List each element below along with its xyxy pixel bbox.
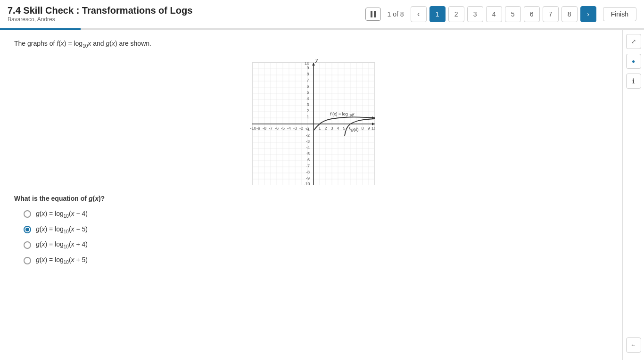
svg-text:1: 1 [318,126,321,131]
main-content: The graphs of f(x) = log10x and g(x) are… [0,30,622,360]
svg-text:-10: -10 [250,126,256,131]
collapse-icon: ← [631,342,636,348]
graph-svg: x y 1 2 3 4 5 6 7 8 9 10 -1 -2 -3 -4 -5 [248,58,375,185]
svg-text:(x) = log: (x) = log [332,112,348,116]
svg-text:-6: -6 [306,157,310,162]
option-c[interactable]: g(x) = log10(x + 4) [24,240,608,249]
svg-text:-10: -10 [304,181,310,185]
svg-text:4: 4 [306,96,309,101]
title-area: 7.4 Skill Check : Transformations of Log… [8,5,192,23]
radio-c[interactable] [24,241,31,249]
option-d[interactable]: g(x) = log10(x + 5) [24,256,608,265]
svg-text:9: 9 [367,126,370,131]
svg-text:-1: -1 [305,126,309,131]
prev-button[interactable]: ‹ [411,6,427,22]
page-button-4[interactable]: 4 [486,6,502,22]
svg-text:-9: -9 [306,176,310,181]
content-area: The graphs of f(x) = log10x and g(x) are… [0,30,644,360]
svg-text:-3: -3 [293,126,297,131]
page-button-6[interactable]: 6 [524,6,540,22]
options-list: g(x) = log10(x − 4) g(x) = log10(x − 5) … [24,210,608,265]
svg-text:5: 5 [306,90,309,95]
svg-text:-6: -6 [275,126,279,131]
radio-a[interactable] [24,210,31,218]
navigation-area: 1 of 8 ‹ 1 2 3 4 5 6 7 8 › Finish [365,6,636,22]
svg-text:5: 5 [343,126,345,131]
color-button[interactable]: ● [626,54,641,69]
page-info: 1 of 8 [388,10,404,18]
option-b[interactable]: g(x) = log10(x − 5) [24,225,608,234]
svg-text:x: x [352,112,355,116]
page-title: 7.4 Skill Check : Transformations of Log… [8,5,192,16]
svg-text:-9: -9 [256,126,260,131]
svg-text:-2: -2 [299,126,303,131]
svg-text:-5: -5 [306,151,310,156]
svg-text:8: 8 [306,72,309,76]
pause-button[interactable] [365,8,381,21]
radio-d[interactable] [24,257,31,264]
page-button-3[interactable]: 3 [467,6,483,22]
svg-text:10: 10 [372,126,375,131]
finish-button[interactable]: Finish [603,7,636,21]
svg-text:-8: -8 [306,170,310,174]
svg-text:2: 2 [324,126,327,131]
right-sidebar: ⤢ ● ℹ ← [622,30,644,360]
svg-text:-8: -8 [263,126,266,131]
svg-text:-5: -5 [281,126,285,131]
svg-text:y: y [315,58,319,63]
collapse-button[interactable]: ← [626,337,641,353]
option-a[interactable]: g(x) = log10(x − 4) [24,210,608,219]
svg-text:3: 3 [306,102,309,107]
subtitle: Bavaresco, Andres [8,16,192,23]
graph-container: x y 1 2 3 4 5 6 7 8 9 10 -1 -2 -3 -4 -5 [14,58,608,185]
radio-b[interactable] [24,226,31,233]
header: 7.4 Skill Check : Transformations of Log… [0,0,644,28]
svg-text:-3: -3 [306,139,310,144]
option-a-label: g(x) = log10(x − 4) [36,210,88,219]
x-var: x [61,40,64,47]
option-d-label: g(x) = log10(x + 5) [36,256,88,265]
f-function: f [57,40,58,47]
svg-text:-4: -4 [306,145,310,150]
page-button-7[interactable]: 7 [543,6,559,22]
svg-text:2: 2 [306,108,309,113]
next-button[interactable]: › [580,6,596,22]
page-button-5[interactable]: 5 [505,6,521,22]
svg-text:1: 1 [306,115,309,119]
svg-text:4: 4 [337,126,339,131]
svg-text:8: 8 [361,126,363,131]
expand-button[interactable]: ⤢ [626,34,641,49]
page-button-1[interactable]: 1 [429,6,446,22]
option-c-label: g(x) = log10(x + 4) [36,240,88,249]
color-icon: ● [632,58,635,65]
svg-text:-2: -2 [306,133,310,138]
question-text: What is the equation of g(x)? [14,195,608,202]
expand-icon: ⤢ [631,38,636,45]
page-button-2[interactable]: 2 [448,6,464,22]
info-icon: ℹ [632,77,635,85]
page-button-8[interactable]: 8 [561,6,578,22]
svg-text:10: 10 [305,61,309,66]
svg-text:(x): (x) [354,127,359,132]
svg-text:7: 7 [306,78,309,82]
svg-text:3: 3 [330,126,333,131]
radio-b-dot [25,228,29,231]
option-b-label: g(x) = log10(x − 5) [36,225,88,234]
info-button[interactable]: ℹ [626,74,641,89]
svg-text:6: 6 [306,84,309,89]
question-intro: The graphs of f(x) = log10x and g(x) are… [14,40,608,49]
svg-text:9: 9 [306,66,309,70]
pause-bar-2 [374,11,376,17]
svg-text:-4: -4 [287,126,291,131]
svg-text:-7: -7 [269,126,272,131]
pause-bar-1 [371,11,372,17]
svg-text:-7: -7 [306,164,310,168]
